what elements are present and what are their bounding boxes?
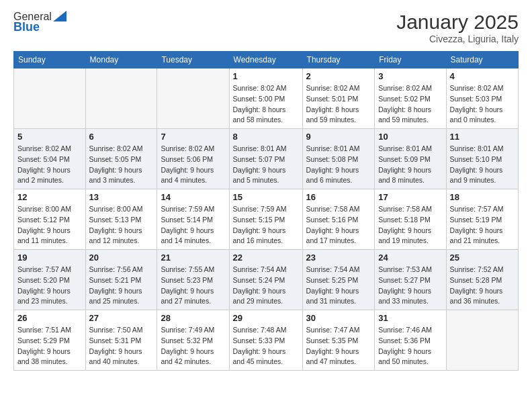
calendar-day-cell: 14Sunrise: 7:59 AMSunset: 5:14 PMDayligh… [157,189,229,250]
day-number: 26 [17,313,82,323]
day-info: Sunrise: 7:56 AMSunset: 5:21 PMDaylight:… [89,265,154,307]
day-info: Sunrise: 7:55 AMSunset: 5:23 PMDaylight:… [161,265,225,307]
calendar-week-row: 26Sunrise: 7:51 AMSunset: 5:29 PMDayligh… [14,310,519,371]
calendar-day-cell [157,68,229,129]
calendar-day-cell: 28Sunrise: 7:49 AMSunset: 5:32 PMDayligh… [157,310,229,371]
day-number: 1 [233,71,299,81]
logo-blue-text: Blue [13,20,40,34]
calendar-day-cell: 11Sunrise: 8:01 AMSunset: 5:10 PMDayligh… [446,129,518,189]
day-number: 27 [89,313,154,323]
title-block: January 2025 Civezza, Liguria, Italy [396,11,519,44]
calendar-day-cell: 4Sunrise: 8:02 AMSunset: 5:03 PMDaylight… [446,68,518,129]
calendar-table: Sunday Monday Tuesday Wednesday Thursday… [13,51,519,371]
calendar-day-cell: 13Sunrise: 8:00 AMSunset: 5:13 PMDayligh… [85,189,157,250]
day-info: Sunrise: 7:57 AMSunset: 5:20 PMDaylight:… [17,265,82,307]
calendar-day-cell: 19Sunrise: 7:57 AMSunset: 5:20 PMDayligh… [14,250,86,310]
col-friday: Friday [375,52,446,68]
calendar-day-cell: 15Sunrise: 7:59 AMSunset: 5:15 PMDayligh… [229,189,302,250]
day-number: 24 [378,253,442,263]
calendar-day-cell: 8Sunrise: 8:01 AMSunset: 5:07 PMDaylight… [229,129,302,189]
calendar-day-cell: 17Sunrise: 7:58 AMSunset: 5:18 PMDayligh… [375,189,446,250]
calendar-day-cell: 26Sunrise: 7:51 AMSunset: 5:29 PMDayligh… [14,310,86,371]
day-info: Sunrise: 7:58 AMSunset: 5:18 PMDaylight:… [378,204,442,246]
calendar-day-cell: 5Sunrise: 8:02 AMSunset: 5:04 PMDaylight… [14,129,86,189]
day-number: 3 [378,71,442,81]
day-info: Sunrise: 8:02 AMSunset: 5:01 PMDaylight:… [306,83,371,126]
day-info: Sunrise: 7:59 AMSunset: 5:15 PMDaylight:… [233,204,299,246]
logo: General Blue [13,11,66,34]
calendar-day-cell: 18Sunrise: 7:57 AMSunset: 5:19 PMDayligh… [446,189,518,250]
calendar-week-row: 19Sunrise: 7:57 AMSunset: 5:20 PMDayligh… [14,250,519,310]
calendar-day-cell: 27Sunrise: 7:50 AMSunset: 5:31 PMDayligh… [85,310,157,371]
day-info: Sunrise: 8:01 AMSunset: 5:10 PMDaylight:… [450,144,515,186]
day-info: Sunrise: 8:02 AMSunset: 5:00 PMDaylight:… [233,83,299,126]
calendar-day-cell [85,68,157,129]
month-title: January 2025 [396,11,519,34]
col-monday: Monday [85,52,157,68]
day-number: 16 [306,192,371,202]
calendar-day-cell: 21Sunrise: 7:55 AMSunset: 5:23 PMDayligh… [157,250,229,310]
day-number: 11 [450,132,515,142]
calendar-day-cell: 20Sunrise: 7:56 AMSunset: 5:21 PMDayligh… [85,250,157,310]
logo-icon [53,11,66,21]
calendar-week-row: 1Sunrise: 8:02 AMSunset: 5:00 PMDaylight… [14,68,519,129]
day-number: 30 [306,313,371,323]
col-tuesday: Tuesday [157,52,229,68]
col-thursday: Thursday [302,52,375,68]
calendar-day-cell: 24Sunrise: 7:53 AMSunset: 5:27 PMDayligh… [375,250,446,310]
calendar-day-cell: 9Sunrise: 8:01 AMSunset: 5:08 PMDaylight… [302,129,375,189]
col-sunday: Sunday [14,52,86,68]
calendar-day-cell: 12Sunrise: 8:00 AMSunset: 5:12 PMDayligh… [14,189,86,250]
calendar-day-cell: 2Sunrise: 8:02 AMSunset: 5:01 PMDaylight… [302,68,375,129]
day-number: 21 [161,253,225,263]
calendar-day-cell [14,68,86,129]
day-info: Sunrise: 8:02 AMSunset: 5:05 PMDaylight:… [89,144,154,186]
day-info: Sunrise: 8:01 AMSunset: 5:09 PMDaylight:… [378,144,442,186]
day-number: 13 [89,192,154,202]
calendar-day-cell: 10Sunrise: 8:01 AMSunset: 5:09 PMDayligh… [375,129,446,189]
day-info: Sunrise: 7:51 AMSunset: 5:29 PMDaylight:… [17,325,82,367]
day-number: 15 [233,192,299,202]
svg-marker-0 [53,11,66,21]
day-number: 6 [89,132,154,142]
day-info: Sunrise: 7:54 AMSunset: 5:24 PMDaylight:… [233,265,299,307]
day-number: 25 [450,253,515,263]
day-number: 4 [450,71,515,81]
calendar-day-cell: 6Sunrise: 8:02 AMSunset: 5:05 PMDaylight… [85,129,157,189]
day-info: Sunrise: 7:59 AMSunset: 5:14 PMDaylight:… [161,204,225,246]
day-number: 18 [450,192,515,202]
day-number: 14 [161,192,225,202]
day-info: Sunrise: 8:02 AMSunset: 5:03 PMDaylight:… [450,83,515,126]
calendar-day-cell: 7Sunrise: 8:02 AMSunset: 5:06 PMDaylight… [157,129,229,189]
day-number: 20 [89,253,154,263]
day-number: 2 [306,71,371,81]
calendar-week-row: 5Sunrise: 8:02 AMSunset: 5:04 PMDaylight… [14,129,519,189]
day-info: Sunrise: 7:54 AMSunset: 5:25 PMDaylight:… [306,265,371,307]
day-info: Sunrise: 7:49 AMSunset: 5:32 PMDaylight:… [161,325,225,367]
day-info: Sunrise: 7:50 AMSunset: 5:31 PMDaylight:… [89,325,154,367]
calendar-day-cell [446,310,518,371]
location-title: Civezza, Liguria, Italy [396,34,519,44]
calendar-day-cell: 1Sunrise: 8:02 AMSunset: 5:00 PMDaylight… [229,68,302,129]
header: General Blue January 2025 Civezza, Ligur… [13,11,519,44]
day-number: 10 [378,132,442,142]
day-info: Sunrise: 8:02 AMSunset: 5:06 PMDaylight:… [161,144,225,186]
day-number: 7 [161,132,225,142]
day-info: Sunrise: 8:02 AMSunset: 5:02 PMDaylight:… [378,83,442,126]
page: General Blue January 2025 Civezza, Ligur… [0,0,532,411]
day-number: 8 [233,132,299,142]
day-info: Sunrise: 7:53 AMSunset: 5:27 PMDaylight:… [378,265,442,307]
day-number: 12 [17,192,82,202]
day-number: 17 [378,192,442,202]
calendar-day-cell: 25Sunrise: 7:52 AMSunset: 5:28 PMDayligh… [446,250,518,310]
calendar-day-cell: 22Sunrise: 7:54 AMSunset: 5:24 PMDayligh… [229,250,302,310]
day-number: 19 [17,253,82,263]
calendar-day-cell: 16Sunrise: 7:58 AMSunset: 5:16 PMDayligh… [302,189,375,250]
day-number: 5 [17,132,82,142]
calendar-header-row: Sunday Monday Tuesday Wednesday Thursday… [14,52,519,68]
day-info: Sunrise: 8:00 AMSunset: 5:13 PMDaylight:… [89,204,154,246]
day-info: Sunrise: 8:00 AMSunset: 5:12 PMDaylight:… [17,204,82,246]
day-number: 29 [233,313,299,323]
day-number: 23 [306,253,371,263]
day-info: Sunrise: 7:48 AMSunset: 5:33 PMDaylight:… [233,325,299,367]
